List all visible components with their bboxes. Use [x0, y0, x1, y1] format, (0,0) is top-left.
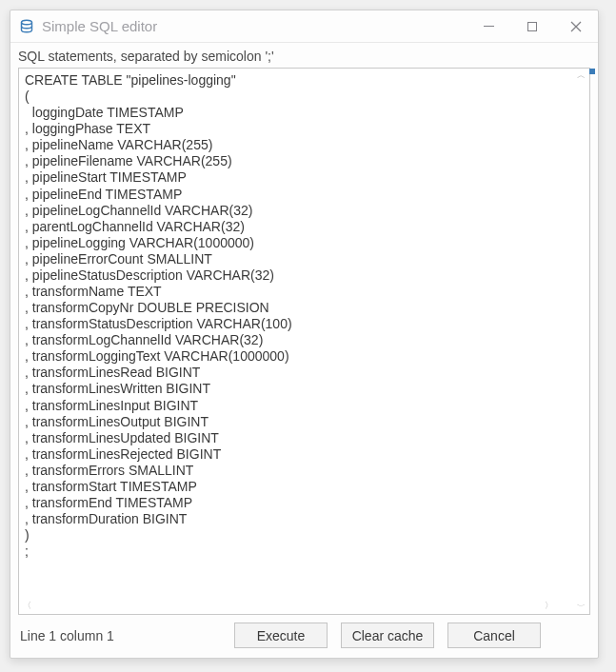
- sql-textarea[interactable]: CREATE TABLE "pipelines-logging" ( loggi…: [19, 69, 573, 614]
- sql-label: SQL statements, separated by semicolon '…: [18, 49, 590, 64]
- sql-textarea-wrapper: CREATE TABLE "pipelines-logging" ( loggi…: [18, 68, 590, 615]
- body-area: SQL statements, separated by semicolon '…: [10, 43, 598, 658]
- scroll-up-icon: ︿: [577, 71, 586, 80]
- clear-cache-button[interactable]: Clear cache: [341, 623, 434, 648]
- execute-button[interactable]: Execute: [234, 623, 328, 648]
- cursor-position: Line 1 column 1: [20, 628, 223, 643]
- window: Simple SQL editor SQL statements, separa…: [10, 10, 599, 659]
- maximize-icon: [527, 22, 537, 31]
- scroll-down-icon: ﹀: [577, 603, 586, 611]
- horizontal-scrollbar[interactable]: 〈 〉: [19, 598, 557, 614]
- titlebar: Simple SQL editor: [10, 10, 598, 43]
- scroll-right-icon: 〉: [545, 602, 553, 610]
- vertical-scrollbar[interactable]: ︿ ﹀: [573, 69, 589, 614]
- cancel-button[interactable]: Cancel: [447, 623, 541, 648]
- button-row: Execute Clear cache Cancel: [234, 623, 541, 648]
- maximize-button[interactable]: [510, 10, 554, 42]
- window-controls: [467, 10, 598, 42]
- svg-point-0: [22, 20, 32, 25]
- scroll-left-icon: 〈: [23, 602, 31, 610]
- window-title: Simple SQL editor: [42, 18, 467, 34]
- close-button[interactable]: [554, 10, 598, 42]
- minimize-button[interactable]: [467, 10, 510, 42]
- footer: Line 1 column 1 Execute Clear cache Canc…: [18, 623, 590, 648]
- database-icon: [18, 18, 35, 35]
